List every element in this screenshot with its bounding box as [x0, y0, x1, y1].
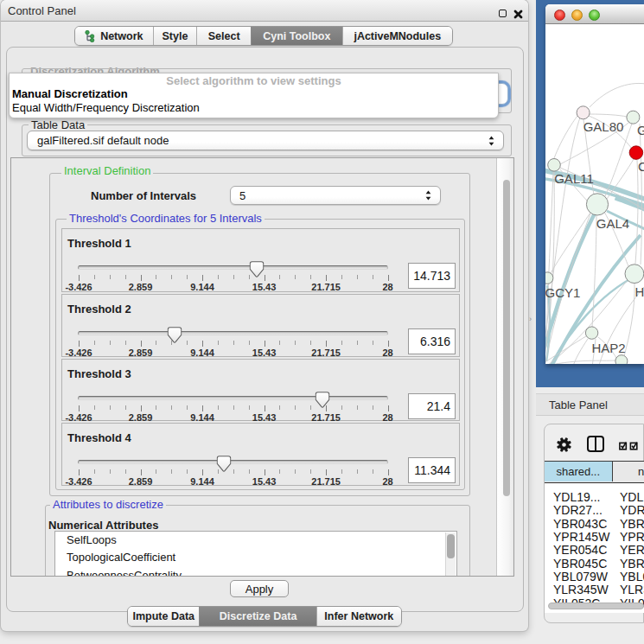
svg-text:GAL4: GAL4	[596, 216, 629, 231]
svg-text:GCY1: GCY1	[545, 285, 580, 300]
svg-text:H: H	[635, 284, 644, 299]
svg-text:GA: GA	[637, 123, 644, 137]
svg-text:HAP2: HAP2	[591, 341, 625, 355]
svg-text:C: C	[638, 159, 644, 174]
svg-text:GAL11: GAL11	[554, 171, 594, 186]
svg-text:GAL80: GAL80	[583, 119, 624, 134]
